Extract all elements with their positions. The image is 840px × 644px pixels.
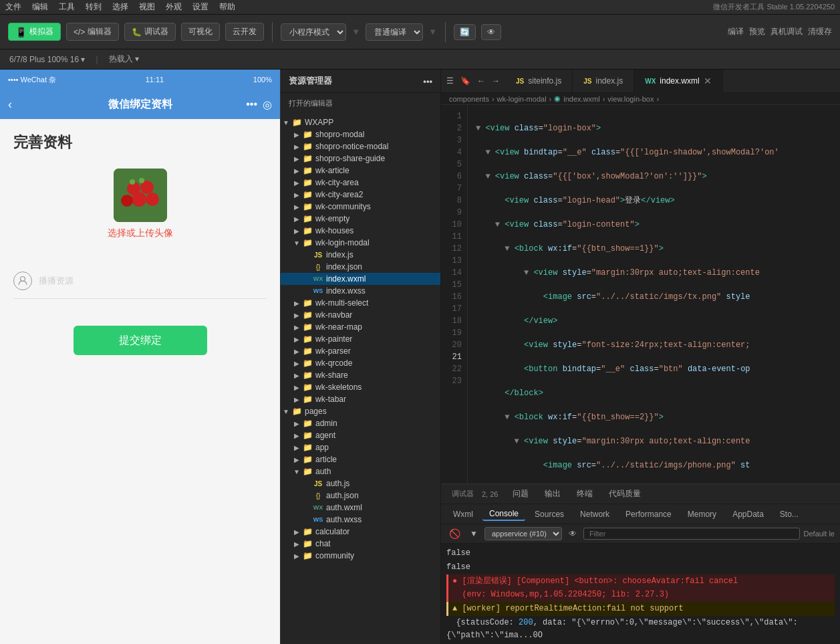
folder-app[interactable]: ▶ 📁 app xyxy=(281,441,440,453)
tab-appdata[interactable]: AppData xyxy=(726,508,771,520)
svg-point-7 xyxy=(139,178,144,183)
nav-right: ••• ◎ xyxy=(246,98,272,111)
folder-wk-qrcode[interactable]: ▶ 📁 wk-qrcode xyxy=(281,357,440,369)
tab-storage[interactable]: Sto... xyxy=(773,508,805,520)
refresh-button[interactable]: 🔄 xyxy=(454,24,476,40)
tab-index-js[interactable]: JS index.js xyxy=(573,70,634,93)
folder-wk-parser[interactable]: ▶ 📁 wk-parser xyxy=(281,345,440,357)
nav-menu[interactable]: ••• xyxy=(246,98,257,111)
folder-wk-empty[interactable]: ▶ 📁 wk-empty xyxy=(281,213,440,225)
folder-wk-city-area[interactable]: ▶ 📁 wk-city-area xyxy=(281,177,440,189)
menu-tools[interactable]: 工具 xyxy=(59,1,75,13)
folder-wk-near-map[interactable]: ▶ 📁 wk-near-map xyxy=(281,321,440,333)
folder-wk-article[interactable]: ▶ 📁 wk-article xyxy=(281,165,440,177)
tab-wxml[interactable]: Wxml xyxy=(446,508,480,520)
simulator-button[interactable]: 📱 模拟器 xyxy=(8,23,61,41)
menu-goto[interactable]: 转到 xyxy=(86,1,102,13)
menu-view[interactable]: 视图 xyxy=(139,1,155,13)
tab-sources[interactable]: Sources xyxy=(528,508,571,520)
file-index-wxml[interactable]: WX index.wxml xyxy=(281,273,440,285)
code-content[interactable]: ▼ <view class="login-box"> ▼ <view bindt… xyxy=(468,105,840,484)
nav-forward-btn[interactable]: → xyxy=(489,75,503,87)
nav-capture[interactable]: ◎ xyxy=(263,98,272,111)
menu-select[interactable]: 选择 xyxy=(112,1,128,13)
mode-select[interactable]: 小程序模式 xyxy=(281,23,346,41)
menu-appearance[interactable]: 外观 xyxy=(166,1,182,13)
folder-admin[interactable]: ▶ 📁 admin xyxy=(281,417,440,429)
tab-issues[interactable]: 问题 xyxy=(506,487,535,501)
wxapp-root[interactable]: ▼ 📁 WXAPP xyxy=(281,116,440,128)
folder-wk-city-area2[interactable]: ▶ 📁 wk-city-area2 xyxy=(281,189,440,201)
folder-shopro-notice-modal[interactable]: ▶ 📁 shopro-notice-modal xyxy=(281,140,440,152)
debug-button[interactable]: 🐛 调试器 xyxy=(124,23,176,41)
folder-wk-houses[interactable]: ▶ 📁 wk-houses xyxy=(281,225,440,237)
tab-network[interactable]: Network xyxy=(573,508,616,520)
submit-button[interactable]: 提交绑定 xyxy=(74,326,207,355)
code-line-4: <view class="login-head">登录</view> xyxy=(476,195,832,207)
breadcrumb-wk-login-modal[interactable]: wk-login-modal xyxy=(497,95,547,103)
folder-wk-tabar[interactable]: ▶ 📁 wk-tabar xyxy=(281,393,440,405)
folder-auth[interactable]: ▼ 📁 auth xyxy=(281,465,440,477)
folder-pages[interactable]: ▼ 📁 pages xyxy=(281,405,440,417)
folder-agent[interactable]: ▶ 📁 agent xyxy=(281,429,440,441)
folder-wk-login-modal[interactable]: ▼ 📁 wk-login-modal xyxy=(281,237,440,249)
tab-memory[interactable]: Memory xyxy=(681,508,723,520)
tab-quality[interactable]: 代码质量 xyxy=(602,487,648,501)
filter-toggle-btn[interactable]: ▼ xyxy=(467,528,480,540)
avatar[interactable] xyxy=(114,169,167,222)
tab-output[interactable]: 输出 xyxy=(538,487,567,501)
zoom-info[interactable]: 6/7/8 Plus 100% 16 ▾ xyxy=(5,53,89,66)
folder-wk-painter[interactable]: ▶ 📁 wk-painter xyxy=(281,333,440,345)
tab-console[interactable]: Console xyxy=(482,508,525,521)
hot-reload[interactable]: 热载入 ▾ xyxy=(105,52,143,66)
nav-back-btn[interactable]: ← xyxy=(474,75,488,87)
opened-editors-section: 打开的编辑器 xyxy=(281,93,440,114)
file-auth-json[interactable]: {} auth.json xyxy=(281,490,440,502)
upload-link[interactable]: 选择或上传头像 xyxy=(108,227,173,239)
compile-select[interactable]: 普通编译 xyxy=(366,23,423,41)
menu-settings[interactable]: 设置 xyxy=(192,1,208,13)
explorer-more[interactable]: ••• xyxy=(423,76,432,86)
menu-help[interactable]: 帮助 xyxy=(219,1,235,13)
appservice-select[interactable]: appservice (#10) xyxy=(484,527,562,540)
tab-terminal[interactable]: 终端 xyxy=(570,487,599,501)
folder-wk-skeletons[interactable]: ▶ 📁 wk-skeletons xyxy=(281,381,440,393)
close-tab-icon[interactable]: ✕ xyxy=(704,76,712,86)
folder-wk-multi-select[interactable]: ▶ 📁 wk-multi-select xyxy=(281,297,440,309)
folder-shopro-share-guide[interactable]: ▶ 📁 shopro-share-guide xyxy=(281,152,440,165)
file-index-json[interactable]: {} index.json xyxy=(281,261,440,273)
bookmark-btn[interactable]: 🔖 xyxy=(458,75,473,87)
tab-performance[interactable]: Performance xyxy=(619,508,678,520)
visual-button[interactable]: 可视化 xyxy=(181,23,220,41)
menu-edit[interactable]: 编辑 xyxy=(32,1,48,13)
tab-siteinfo-js[interactable]: JS siteinfo.js xyxy=(505,70,573,93)
menu-wechat[interactable]: 微信开发者工具 Stable 1.05.2204250 xyxy=(713,2,835,12)
editor-button[interactable]: </> 编辑器 xyxy=(66,23,119,41)
menu-file[interactable]: 文件 xyxy=(5,1,21,13)
clear-console-btn[interactable]: 🚫 xyxy=(446,527,463,540)
file-auth-js[interactable]: JS auth.js xyxy=(281,477,440,490)
file-auth-wxss[interactable]: WS auth.wxss xyxy=(281,514,440,526)
folder-wk-share[interactable]: ▶ 📁 wk-share xyxy=(281,369,440,381)
eye-icon-btn[interactable]: 👁 xyxy=(566,528,579,540)
folder-calculator[interactable]: ▶ 📁 calculator xyxy=(281,526,440,538)
breadcrumb-view-login-box[interactable]: view.login-box xyxy=(607,95,654,103)
cloud-button[interactable]: 云开发 xyxy=(225,23,264,41)
breadcrumb-components[interactable]: components xyxy=(449,95,489,103)
back-button[interactable]: ‹ xyxy=(8,98,12,112)
folder-community[interactable]: ▶ 📁 community xyxy=(281,550,440,562)
folder-wk-navbar[interactable]: ▶ 📁 wk-navbar xyxy=(281,309,440,321)
folder-article[interactable]: ▶ 📁 article xyxy=(281,453,440,465)
breadcrumb-index-wxml[interactable]: index.wxml xyxy=(563,95,599,103)
preview-button[interactable]: 👁 xyxy=(481,24,501,40)
file-auth-wxml[interactable]: WX auth.wxml xyxy=(281,502,440,514)
toggle-sidebar[interactable]: ☰ xyxy=(444,75,456,87)
opened-editors-title[interactable]: 打开的编辑器 xyxy=(281,96,440,111)
folder-chat[interactable]: ▶ 📁 chat xyxy=(281,538,440,550)
folder-wk-communitys[interactable]: ▶ 📁 wk-communitys xyxy=(281,201,440,213)
tab-index-wxml[interactable]: WX index.wxml ✕ xyxy=(634,70,722,93)
console-filter-input[interactable] xyxy=(583,528,800,540)
folder-shopro-modal[interactable]: ▶ 📁 shopro-modal xyxy=(281,128,440,140)
file-index-js[interactable]: JS index.js xyxy=(281,249,440,261)
file-index-wxss[interactable]: WS index.wxss xyxy=(281,285,440,297)
